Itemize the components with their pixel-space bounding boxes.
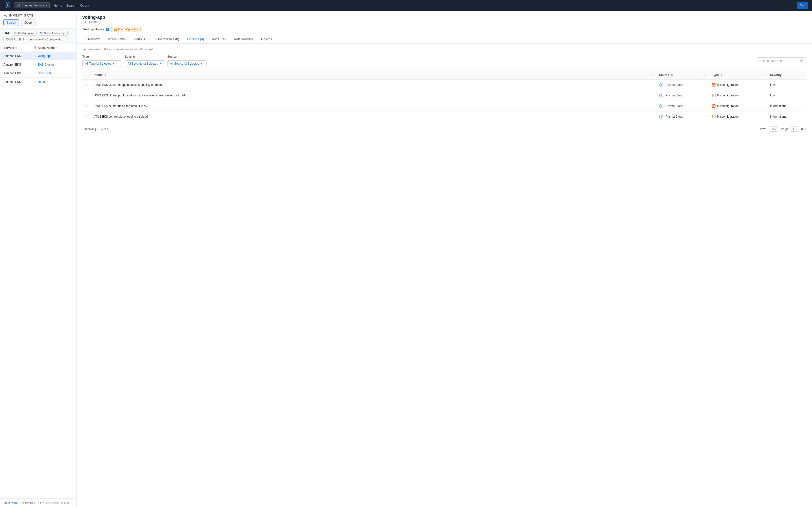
left-header: INVESTIGATE Search Query	[0, 11, 76, 29]
source-filter-label: Source	[167, 55, 207, 58]
of-pages: of 1	[801, 127, 806, 131]
source-drag-col: ⠿	[700, 71, 709, 79]
resources-chip[interactable]: resourcesVpcConfig.endp...	[28, 37, 66, 42]
config-filter-chip[interactable]: Configuration	[12, 31, 37, 36]
svg-point-2	[7, 4, 8, 6]
page-chevron-icon: ▾	[795, 128, 797, 130]
table-row-1[interactable]: ⠿ AWS EKS cluster public endpoint access…	[83, 90, 806, 101]
right-content: You are viewing the most recent data abo…	[76, 44, 812, 507]
nav-buttons: Search Query	[3, 19, 73, 26]
json-rule-chip[interactable]: JSON RULE IS	[3, 37, 26, 42]
runtime-label: Runtime Security	[21, 4, 44, 7]
row-name-0: AWS EKS cluster endpoint access publicly…	[91, 79, 647, 90]
table-footer-right: Rows 25 ▾ Page 1 ▾ of 1	[759, 126, 806, 132]
svg-rect-36	[712, 115, 715, 118]
query-link[interactable]: Query	[80, 4, 89, 7]
row-type-3: Misconfiguration	[709, 111, 758, 122]
vid-button[interactable]: Vid	[797, 2, 808, 9]
svg-rect-30	[712, 105, 715, 108]
severity-col-header[interactable]: Severity ↓	[767, 71, 806, 79]
row-severity-2: Informational	[767, 101, 806, 111]
severity-chevron-icon: ▾	[160, 62, 161, 65]
service-sort-icon: ⇅	[15, 47, 17, 49]
row-type-0: Misconfiguration	[709, 79, 758, 90]
prisma-cloud-icon	[659, 82, 663, 87]
severity-filter-label: Severity	[125, 55, 164, 58]
load-more-button[interactable]: Load More	[3, 501, 17, 505]
drag-2: ⠿	[33, 72, 38, 75]
find-label: FIND	[3, 31, 10, 35]
search-nav-button[interactable]: Search	[3, 19, 19, 26]
tab-audit-trail[interactable]: Audit Trail	[208, 35, 230, 43]
page-select[interactable]: 1 ▾	[791, 126, 798, 132]
tab-attack-paths[interactable]: Attack Paths	[104, 35, 129, 43]
app-logo	[4, 1, 11, 10]
name-col-header[interactable]: Name ⇅	[91, 71, 647, 79]
type-sort-icon: ⇅	[720, 74, 722, 76]
filters-row: Type All Type(s) Selected ▾ Severity All…	[83, 55, 806, 67]
viewing-notice: You are viewing the most recent data abo…	[83, 48, 806, 51]
source-col-header[interactable]: Source ⇅	[656, 71, 700, 79]
row-severity-0: Low	[767, 79, 806, 90]
svg-rect-18	[712, 83, 715, 86]
home-link[interactable]: Home	[54, 4, 62, 7]
drag-1: ⠿	[33, 63, 38, 66]
prisma-cloud-icon	[659, 114, 663, 119]
row-source-2: Prisma Cloud	[656, 101, 700, 111]
investigate-row: INVESTIGATE	[3, 13, 73, 17]
svg-rect-6	[14, 32, 16, 34]
service-cell-2: Amazon EKS	[3, 71, 33, 75]
asset-name-header[interactable]: Asset Name ⇅	[38, 46, 73, 50]
row-severity-3: Informational	[767, 111, 806, 122]
drag-handle-header: ⠿	[33, 46, 38, 50]
tab-vulnerabilities[interactable]: Vulnerabilities (0)	[151, 35, 183, 43]
row-source-1: Prisma Cloud	[656, 90, 700, 101]
tab-alerts[interactable]: Alerts (4)	[129, 35, 151, 43]
asset-link-2[interactable]: testcluster	[38, 71, 73, 75]
table-row-3[interactable]: ⠿ AWS EKS control plane logging disabled…	[83, 111, 806, 122]
search-box[interactable]: Search table data...	[757, 57, 806, 64]
type-filter-label: Type	[83, 55, 122, 58]
page-label: Page	[781, 127, 788, 131]
service-header[interactable]: Service ⇅	[3, 46, 33, 50]
severity-sort-icon: ↓	[783, 74, 784, 76]
svg-point-4	[4, 14, 6, 16]
asset-link-3[interactable]: knote	[38, 80, 73, 83]
query-nav-button[interactable]: Query	[21, 19, 36, 26]
left-row-0[interactable]: Amazon EKS ⠿ voting-app	[0, 52, 76, 60]
type-col-header[interactable]: Type ⇅	[709, 71, 758, 79]
type-filter-select[interactable]: All Type(s) Selected ▾	[83, 60, 122, 67]
rows-per-page-select[interactable]: 25 ▾	[769, 126, 778, 132]
severity-filter-select[interactable]: All Severity(s) Selected ▾	[125, 60, 164, 67]
since-filter-chip[interactable]: Since 1 week ago	[38, 31, 68, 36]
row-name-2: AWS EKS cluster using the default VPC	[91, 101, 647, 111]
table-row-2[interactable]: ⠿ AWS EKS cluster using the default VPC …	[83, 101, 806, 111]
tab-findings[interactable]: Findings (4)	[183, 35, 208, 43]
row-name-3: AWS EKS control plane logging disabled	[91, 111, 647, 122]
findings-types-info-icon: i	[106, 27, 109, 31]
left-row-2[interactable]: Amazon EKS ⠿ testcluster	[0, 69, 76, 78]
left-row-3[interactable]: Amazon EKS ⠿ knote	[0, 78, 76, 86]
misconfig-type-icon	[712, 104, 715, 108]
source-filter-select[interactable]: All Source(s) Selected ▾	[167, 60, 207, 67]
asset-link-1[interactable]: EKS-Cluster	[38, 63, 73, 66]
source-filter-group: Source All Source(s) Selected ▾	[167, 55, 207, 67]
top-bar: Runtime Security ▾ Home Search Query Vid	[0, 0, 812, 11]
right-header: voting-app EKS Cluster Findings Types i …	[76, 11, 812, 44]
asset-link-0[interactable]: voting-app	[38, 54, 73, 58]
tab-overview[interactable]: Overview	[83, 35, 104, 43]
left-row-1[interactable]: Amazon EKS ⠿ EKS-Cluster	[0, 60, 76, 69]
findings-types-label: Findings Types	[83, 27, 104, 31]
svg-point-13	[800, 60, 802, 62]
content-area: INVESTIGATE Search Query FIND Configurat…	[0, 11, 812, 507]
search-link[interactable]: Search	[66, 4, 76, 7]
table-row-0[interactable]: ⠿ AWS EKS cluster endpoint access public…	[83, 79, 806, 90]
tab-relationships[interactable]: Relationships	[230, 35, 257, 43]
runtime-security-button[interactable]: Runtime Security ▾	[14, 2, 50, 8]
rows-label: Rows	[759, 127, 766, 131]
svg-rect-10	[114, 28, 117, 31]
left-table-headers: Service ⇅ ⠿ Asset Name ⇅	[0, 44, 76, 52]
displaying-count: Displaying 1 - 4 of 4	[83, 127, 109, 131]
row-drag-0: ⠿	[83, 79, 91, 90]
tab-objects[interactable]: Objects	[257, 35, 276, 43]
